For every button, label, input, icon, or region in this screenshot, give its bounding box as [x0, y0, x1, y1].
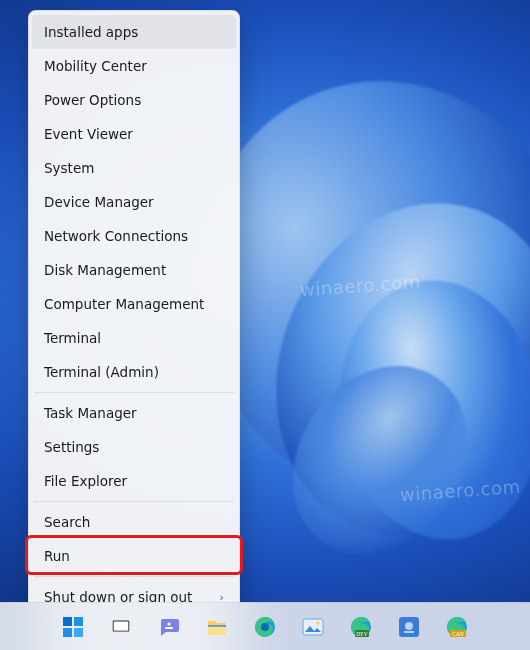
menu-item-file-explorer[interactable]: File Explorer — [32, 464, 236, 498]
photos-icon — [301, 615, 325, 639]
file-explorer-icon — [205, 615, 229, 639]
start-button[interactable] — [53, 607, 93, 647]
file-explorer-button[interactable] — [197, 607, 237, 647]
edge-dev-button[interactable]: DEV — [341, 607, 381, 647]
menu-item-system[interactable]: System — [32, 151, 236, 185]
menu-item-mobility-center[interactable]: Mobility Center — [32, 49, 236, 83]
task-view-button[interactable] — [101, 607, 141, 647]
taskbar: DEVCAN — [0, 602, 530, 650]
svg-point-11 — [261, 623, 269, 631]
menu-item-label: Device Manager — [44, 194, 154, 210]
menu-item-label: Mobility Center — [44, 58, 147, 74]
edge-canary-button[interactable]: CAN — [437, 607, 477, 647]
menu-item-search[interactable]: Search — [32, 505, 236, 539]
svg-point-6 — [167, 622, 170, 625]
menu-item-label: Power Options — [44, 92, 141, 108]
start-icon — [61, 615, 85, 639]
svg-text:DEV: DEV — [356, 630, 367, 636]
menu-item-label: Computer Management — [44, 296, 204, 312]
menu-item-computer-management[interactable]: Computer Management — [32, 287, 236, 321]
chat-icon — [157, 615, 181, 639]
menu-item-disk-management[interactable]: Disk Management — [32, 253, 236, 287]
menu-item-installed-apps[interactable]: Installed apps — [32, 15, 236, 49]
winx-context-menu: Installed appsMobility CenterPower Optio… — [28, 10, 240, 650]
svg-rect-5 — [114, 621, 129, 630]
task-view-icon — [110, 616, 132, 638]
menu-item-label: Run — [44, 548, 70, 564]
menu-item-terminal[interactable]: Terminal — [32, 321, 236, 355]
svg-point-13 — [316, 621, 320, 625]
pinned-app-1[interactable] — [389, 607, 429, 647]
svg-rect-9 — [208, 625, 226, 627]
menu-item-label: File Explorer — [44, 473, 127, 489]
menu-item-label: Disk Management — [44, 262, 166, 278]
menu-item-label: Terminal (Admin) — [44, 364, 159, 380]
menu-item-settings[interactable]: Settings — [32, 430, 236, 464]
svg-rect-1 — [74, 617, 83, 626]
svg-point-18 — [405, 622, 413, 630]
menu-item-label: Installed apps — [44, 24, 138, 40]
edge-icon — [253, 615, 277, 639]
svg-rect-2 — [63, 628, 72, 637]
menu-item-label: Task Manager — [44, 405, 137, 421]
menu-item-run[interactable]: Run — [32, 539, 236, 573]
menu-item-power-options[interactable]: Power Options — [32, 83, 236, 117]
photos-button[interactable] — [293, 607, 333, 647]
menu-item-device-manager[interactable]: Device Manager — [32, 185, 236, 219]
menu-item-label: Terminal — [44, 330, 101, 346]
menu-item-label: Network Connections — [44, 228, 188, 244]
menu-separator — [34, 576, 234, 577]
menu-separator — [34, 392, 234, 393]
edge-button[interactable] — [245, 607, 285, 647]
svg-rect-7 — [165, 627, 173, 629]
menu-item-label: Search — [44, 514, 90, 530]
menu-item-label: System — [44, 160, 94, 176]
svg-text:CAN: CAN — [452, 630, 464, 636]
menu-separator — [34, 501, 234, 502]
app-1-icon — [397, 615, 421, 639]
menu-item-label: Settings — [44, 439, 99, 455]
menu-item-task-manager[interactable]: Task Manager — [32, 396, 236, 430]
desktop: winaero.com winaero.com winaero.com Inst… — [0, 0, 530, 650]
svg-rect-12 — [303, 619, 323, 635]
svg-rect-0 — [63, 617, 72, 626]
svg-rect-3 — [74, 628, 83, 637]
menu-item-terminal-admin[interactable]: Terminal (Admin) — [32, 355, 236, 389]
menu-item-event-viewer[interactable]: Event Viewer — [32, 117, 236, 151]
edge-canary-icon: CAN — [445, 615, 469, 639]
menu-item-network-connections[interactable]: Network Connections — [32, 219, 236, 253]
edge-dev-icon: DEV — [349, 615, 373, 639]
menu-item-label: Event Viewer — [44, 126, 133, 142]
svg-rect-19 — [404, 631, 414, 633]
chat-button[interactable] — [149, 607, 189, 647]
